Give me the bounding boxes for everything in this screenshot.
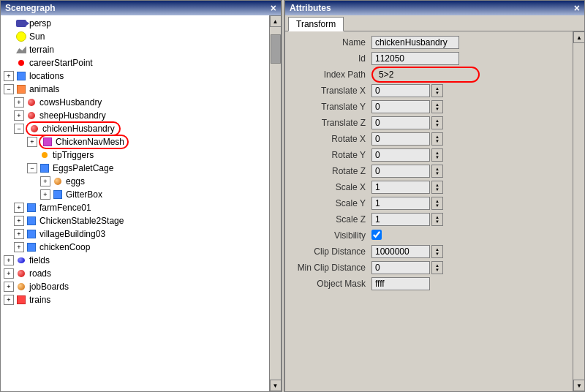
tree-node-jobboards[interactable]: + jobBoards [1,280,269,293]
scrollbar-thumb[interactable] [271,34,281,64]
attr-row-rotate-z: Rotate Z ▲ ▼ [291,163,567,179]
cube-blue-icon-locations [15,70,27,82]
tree-node-chickennavmesh[interactable]: + ChickenNavMesh [1,135,269,148]
tree-node-locations[interactable]: + locations [1,69,269,83]
node-label-sun: Sun [29,31,45,42]
tree-node-gitterbox[interactable]: + GitterBox [1,188,269,201]
attr-input-id[interactable] [371,52,459,65]
attr-input-scale-x[interactable] [371,181,430,194]
tree-node-chickencoop[interactable]: + chickenCoop [1,241,269,254]
node-label-animals: animals [29,84,59,94]
attr-input-translate-z[interactable] [371,116,430,129]
attr-input-clip-distance[interactable] [371,245,430,258]
expand-locations[interactable]: + [4,71,14,81]
expand-chickencoop[interactable]: + [14,242,24,252]
tree-node-tiptriggers[interactable]: tipTriggers [1,148,269,162]
attr-value-scale-z: ▲ ▼ [371,213,567,226]
expand-chickenhusbandry[interactable]: − [14,124,24,134]
node-label-roads: roads [29,268,51,279]
attr-row-visibility: Visibility [291,227,567,244]
tree-node-persp[interactable]: persp [1,17,269,30]
tree-node-roads[interactable]: + roads [1,267,269,280]
scenegraph-close-button[interactable]: × [271,3,276,13]
tree-node-farmfence01[interactable]: + farmFence01 [1,201,269,214]
expand-chickennavmesh[interactable]: + [27,137,37,147]
min-clip-distance-spin[interactable]: ▲ ▼ [431,261,443,274]
attr-input-translate-x[interactable] [371,84,430,97]
attr-label-id: Id [291,53,371,64]
tree-node-chickenhusbandry[interactable]: − chickenHusbandry [1,122,269,135]
expand-roads[interactable]: + [4,268,14,279]
sun-icon [15,31,27,42]
tree-node-terrain[interactable]: terrain [1,43,269,56]
scale-z-spin[interactable]: ▲ ▼ [431,213,443,226]
tree-node-animals[interactable]: − animals [1,83,269,96]
attr-row-rotate-y: Rotate Y ▲ ▼ [291,147,567,163]
tree-node-eggs[interactable]: + eggs [1,175,269,188]
scenegraph-scrollbar[interactable]: ▲ ▼ [269,15,281,391]
attr-input-scale-y[interactable] [371,197,430,210]
tree-node-chickenstable2stage[interactable]: + ChickenStable2Stage [1,214,269,227]
spin-down-icon-rz: ▼ [435,171,439,176]
attr-input-name[interactable] [371,36,459,49]
tree-container[interactable]: persp Sun terrain careerStartPoint [1,15,269,391]
tree-node-fields[interactable]: + fields [1,254,269,267]
node-label-gitterbox: GitterBox [66,189,102,200]
scale-x-spin[interactable]: ▲ ▼ [431,181,443,194]
node-label-chickenstable2stage: ChickenStable2Stage [39,216,124,226]
rotate-z-spin[interactable]: ▲ ▼ [431,165,443,178]
scenegraph-panel: Scenegraph × persp Sun terrain [0,0,282,392]
attr-input-rotate-x[interactable] [371,132,430,146]
node-label-fields: fields [29,255,50,265]
expand-farmfence01[interactable]: + [14,203,24,213]
attr-input-scale-z[interactable] [371,213,430,226]
tree-node-sun[interactable]: Sun [1,30,269,43]
attr-input-index-path[interactable] [376,68,434,81]
translate-x-spin[interactable]: ▲ ▼ [431,84,443,97]
expand-chickenstable2stage[interactable]: + [14,216,24,226]
attributes-close-button[interactable]: × [574,3,580,13]
translate-z-spin[interactable]: ▲ ▼ [431,116,443,129]
expand-eggs[interactable]: + [40,176,50,186]
expand-eggspaletcage[interactable]: − [27,163,37,173]
node-label-chickenhusbandry: chickenHusbandry [42,124,115,134]
attr-value-id [371,52,567,65]
expand-jobboards[interactable]: + [4,282,14,292]
tab-transform[interactable]: Transform [288,17,344,31]
cube-orange-icon-animals [15,83,27,95]
scroll-down-button[interactable]: ▼ [270,380,282,391]
scroll-up-button[interactable]: ▲ [270,15,282,27]
attrs-scroll-down-button[interactable]: ▼ [573,380,584,391]
attr-input-rotate-z[interactable] [371,165,430,178]
expand-cowshusbandry[interactable]: + [14,97,24,108]
expand-villagebuilding03[interactable]: + [14,229,24,239]
expand-fields[interactable]: + [4,255,14,265]
node-label-careerstartpoint: careerStartPoint [29,58,93,68]
sphere-blue-icon-fields [15,255,27,266]
tree-node-trains[interactable]: + trains [1,293,269,306]
tree-node-cowshusbandry[interactable]: + cowsHusbandry [1,96,269,109]
scale-y-spin[interactable]: ▲ ▼ [431,197,443,210]
attr-input-rotate-y[interactable] [371,148,430,162]
rotate-x-spin[interactable]: ▲ ▼ [431,132,443,146]
attr-input-min-clip-distance[interactable] [371,261,430,274]
tree-node-eggspaletcage[interactable]: − EggsPaletCage [1,162,269,175]
expand-sheephusbandry[interactable]: + [14,110,24,121]
attr-value-name [371,36,567,49]
expand-gitterbox[interactable]: + [40,189,50,200]
translate-y-spin[interactable]: ▲ ▼ [431,100,443,113]
attr-value-scale-x: ▲ ▼ [371,181,567,194]
attrs-scroll-up-button[interactable]: ▲ [573,31,584,43]
tree-node-villagebuilding03[interactable]: + villageBuilding03 [1,227,269,241]
attr-input-object-mask[interactable] [371,277,430,290]
attr-checkbox-visibility[interactable] [371,230,382,240]
clip-distance-spin[interactable]: ▲ ▼ [431,245,443,258]
spin-down-icon-mcd: ▼ [435,268,439,272]
tree-node-sheephusbandry[interactable]: + sheepHusbandry [1,109,269,122]
attr-input-translate-y[interactable] [371,100,430,113]
expand-animals[interactable]: − [4,84,14,94]
rotate-y-spin[interactable]: ▲ ▼ [431,148,443,162]
tree-node-careerstartpoint[interactable]: careerStartPoint [1,56,269,69]
expand-trains[interactable]: + [4,295,14,305]
tab-bar: Transform [285,15,584,31]
